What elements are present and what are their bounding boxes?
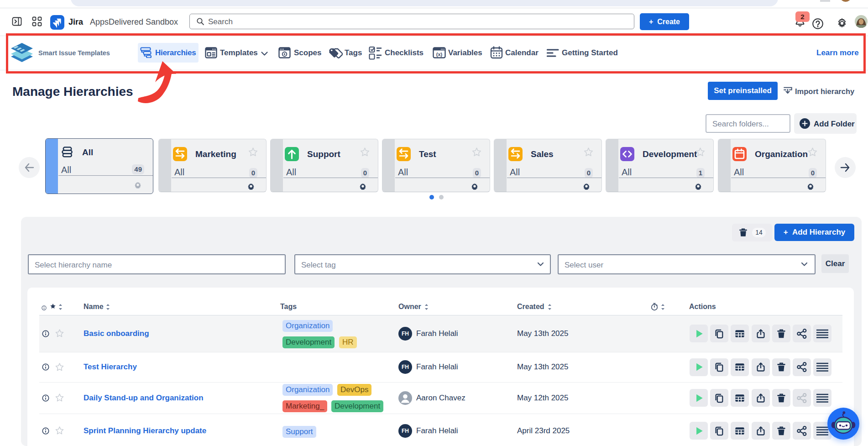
svg-text:(x): (x) xyxy=(436,52,443,57)
